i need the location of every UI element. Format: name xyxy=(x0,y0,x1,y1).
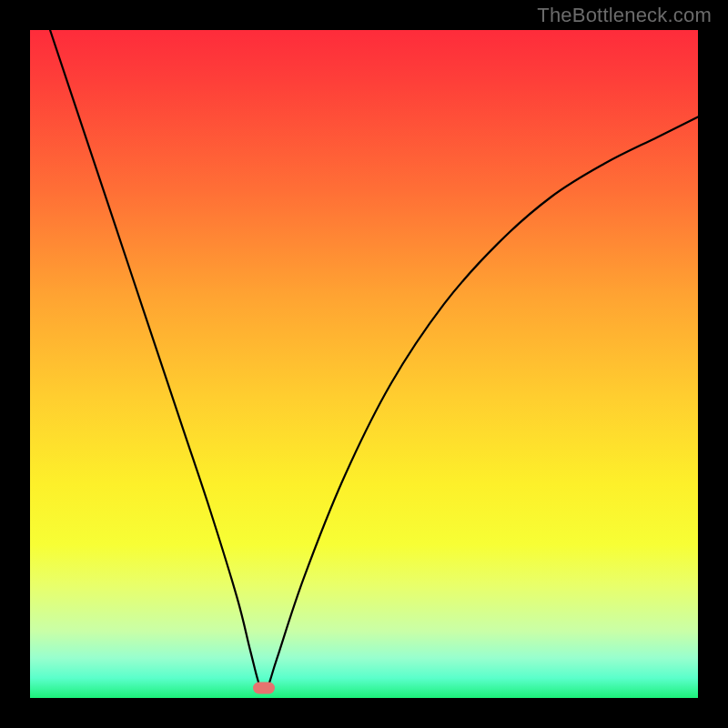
watermark-text: TheBottleneck.com xyxy=(537,4,712,27)
minimum-marker xyxy=(253,682,275,693)
plot-background-gradient xyxy=(30,30,698,698)
chart-frame: TheBottleneck.com xyxy=(0,0,728,728)
